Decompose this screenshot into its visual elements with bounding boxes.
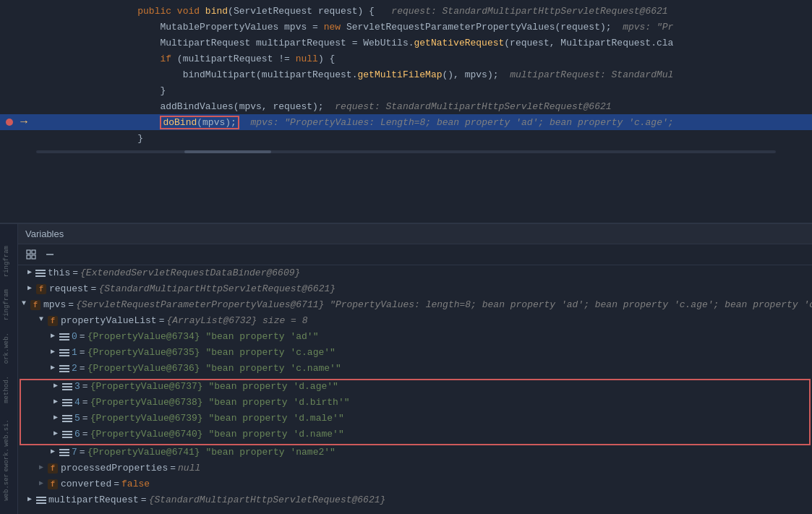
variables-header: Variables bbox=[18, 224, 812, 244]
gutter-8 bbox=[0, 119, 18, 126]
var-name-4: 4 bbox=[74, 397, 80, 408]
var-item-4[interactable]: ▶ 4 = {PropertyValue@6738} "bean propert… bbox=[21, 396, 809, 412]
var-equals-3b: = bbox=[82, 381, 88, 392]
var-name-5: 5 bbox=[74, 413, 80, 424]
var-value-mpvs: {ServletRequestParameterPropertyValues@6… bbox=[76, 299, 812, 310]
var-item-multipart[interactable]: ▶ multipartRequest = {StandardMultipartH… bbox=[18, 494, 812, 510]
collapse-all-button[interactable] bbox=[43, 247, 57, 262]
var-item-processed[interactable]: ▶ f processedProperties = null bbox=[18, 462, 812, 478]
var-icon-5 bbox=[62, 413, 72, 424]
var-value-3: {PropertyValue@6737} "bean property 'd.a… bbox=[90, 381, 338, 392]
var-icon-3 bbox=[62, 381, 72, 393]
expand-6[interactable]: ▶ bbox=[50, 429, 61, 437]
var-item-7[interactable]: ▶ 7 = {PropertyValue@6741} "bean propert… bbox=[18, 446, 812, 462]
expand-icon bbox=[26, 249, 36, 260]
var-item-converted[interactable]: ▶ f converted = false bbox=[18, 478, 812, 494]
variables-toolbar bbox=[18, 244, 812, 265]
var-equals-4: = bbox=[159, 315, 165, 326]
var-item-this[interactable]: ▶ this = {ExtendedServletRequestDataBind… bbox=[18, 267, 812, 283]
var-name-multipart: multipartRequest bbox=[48, 494, 139, 505]
var-item-0[interactable]: ▶ 0 = {PropertyValue@6734} "bean propert… bbox=[18, 330, 812, 346]
var-value-0: {PropertyValue@6734} "bean property 'ad'… bbox=[87, 331, 319, 342]
svg-rect-3 bbox=[32, 255, 35, 259]
expand-request[interactable]: ▶ bbox=[24, 283, 35, 292]
var-icon-pvlist: f bbox=[47, 315, 59, 327]
code-editor: public void bind(ServletRequest request)… bbox=[0, 0, 812, 224]
var-equals-2b: = bbox=[80, 363, 85, 374]
var-icon-0 bbox=[59, 331, 69, 343]
var-name-1: 1 bbox=[72, 347, 77, 358]
scrollbar-thumb[interactable] bbox=[184, 150, 271, 153]
var-value-converted: false bbox=[121, 479, 150, 489]
var-value-5: {PropertyValue@6739} "bean property 'd.m… bbox=[90, 413, 344, 424]
main-layout: public void bind(ServletRequest request)… bbox=[0, 0, 812, 514]
frame-label-6: ework. bbox=[3, 448, 10, 471]
var-value-multipart: {StandardMultipartHttpServletRequest@662… bbox=[149, 494, 386, 505]
var-item-6[interactable]: ▶ 6 = {PropertyValue@6740} "bean propert… bbox=[21, 428, 809, 444]
var-icon-this bbox=[35, 267, 46, 279]
line-content-9: } bbox=[59, 122, 805, 155]
svg-rect-2 bbox=[27, 255, 30, 259]
var-equals-proc: = bbox=[170, 463, 176, 474]
var-equals-3: = bbox=[68, 299, 74, 310]
frame-label-5: web.si. bbox=[3, 419, 10, 447]
frame-labels-area: ringfram ringfram ork.web. method. web.s… bbox=[0, 224, 18, 514]
var-name-mpvs: mpvs bbox=[43, 299, 66, 310]
breakpoint-dot bbox=[6, 119, 13, 126]
frame-label-3: ork.web. bbox=[3, 333, 10, 364]
collapse-icon bbox=[45, 249, 55, 260]
var-value-request: {StandardMultipartHttpServletRequest@662… bbox=[98, 283, 336, 294]
var-icon-converted: f bbox=[47, 479, 59, 490]
var-value-4: {PropertyValue@6738} "bean property 'd.b… bbox=[90, 397, 350, 408]
expand-7[interactable]: ▶ bbox=[47, 447, 59, 455]
var-icon-4 bbox=[62, 397, 72, 408]
expand-mpvs[interactable]: ▼ bbox=[18, 299, 30, 307]
var-item-request[interactable]: ▶ f request = {StandardMultipartHttpServ… bbox=[18, 283, 812, 299]
var-icon-6 bbox=[62, 429, 72, 440]
expand-converted[interactable]: ▶ bbox=[35, 479, 47, 487]
var-equals-mult: = bbox=[141, 494, 147, 505]
expand-1[interactable]: ▶ bbox=[47, 347, 59, 356]
red-outline-group: ▶ 3 = {PropertyValue@6737} "bean propert… bbox=[20, 379, 811, 445]
expand-0[interactable]: ▶ bbox=[47, 331, 59, 340]
variables-list: ▶ this = {ExtendedServletRequestDataBind… bbox=[18, 265, 812, 514]
svg-rect-1 bbox=[32, 250, 35, 254]
expand-2[interactable]: ▶ bbox=[47, 363, 59, 372]
expand-all-button[interactable] bbox=[24, 247, 38, 262]
code-text: } bbox=[115, 133, 143, 144]
var-icon-multipart bbox=[36, 494, 46, 506]
code-lines: public void bind(ServletRequest request)… bbox=[0, 0, 812, 149]
var-item-3[interactable]: ▶ 3 = {PropertyValue@6737} "bean propert… bbox=[21, 380, 809, 396]
var-equals-4b: = bbox=[82, 397, 88, 408]
arrow-8: → bbox=[18, 116, 30, 129]
expand-5[interactable]: ▶ bbox=[50, 413, 61, 421]
expand-processed[interactable]: ▶ bbox=[35, 463, 47, 471]
var-value-6: {PropertyValue@6740} "bean property 'd.n… bbox=[90, 429, 344, 440]
var-name-pvlist: propertyValueList bbox=[61, 315, 157, 326]
frame-label-4: method. bbox=[3, 376, 10, 403]
expand-3[interactable]: ▶ bbox=[50, 381, 61, 390]
var-equals-5: = bbox=[82, 413, 88, 424]
svg-rect-0 bbox=[27, 250, 30, 254]
var-item-pvlist[interactable]: ▼ f propertyValueList = {ArrayList@6732}… bbox=[18, 314, 812, 330]
frame-label-7: web.ser bbox=[3, 474, 10, 501]
var-value-processed: null bbox=[178, 463, 200, 474]
var-name-request: request bbox=[49, 283, 89, 294]
expand-this[interactable]: ▶ bbox=[24, 267, 35, 276]
scrollbar-track bbox=[36, 150, 776, 153]
var-value-pvlist: {ArrayList@6732} size = 8 bbox=[166, 315, 307, 326]
expand-multipart[interactable]: ▶ bbox=[24, 494, 35, 503]
var-value-this: {ExtendedServletRequestDataBinder@6609} bbox=[80, 267, 300, 278]
var-name-this: this bbox=[48, 267, 70, 278]
expand-4[interactable]: ▶ bbox=[50, 397, 61, 406]
var-name-0: 0 bbox=[72, 331, 77, 342]
var-item-2[interactable]: ▶ 2 = {PropertyValue@6736} "bean propert… bbox=[18, 362, 812, 378]
var-item-mpvs[interactable]: ▼ f mpvs = {ServletRequestParameterPrope… bbox=[18, 299, 812, 314]
expand-pvlist[interactable]: ▼ bbox=[35, 315, 47, 323]
var-value-2: {PropertyValue@6736} "bean property 'c.n… bbox=[87, 363, 341, 374]
var-name-6: 6 bbox=[74, 429, 80, 440]
var-value-1: {PropertyValue@6735} "bean property 'c.a… bbox=[87, 347, 336, 358]
var-item-5[interactable]: ▶ 5 = {PropertyValue@6739} "bean propert… bbox=[21, 412, 809, 428]
frame-label-1: ringfram bbox=[3, 246, 10, 277]
var-item-1[interactable]: ▶ 1 = {PropertyValue@6735} "bean propert… bbox=[18, 346, 812, 362]
